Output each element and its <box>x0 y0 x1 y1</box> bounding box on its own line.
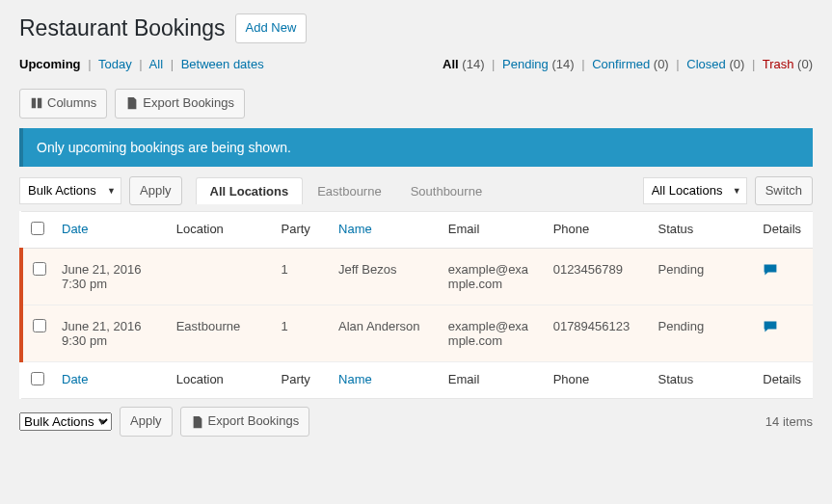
status-confirmed-count: (0) <box>654 57 669 71</box>
chat-icon <box>763 319 778 334</box>
filter-between[interactable]: Between dates <box>181 57 264 71</box>
row-checkbox[interactable] <box>33 319 46 332</box>
cell-email: example@example.com <box>441 305 546 362</box>
status-closed[interactable]: Closed <box>686 57 725 71</box>
table-row: June 21, 20169:30 pm Eastbourne 1 Alan A… <box>21 305 813 362</box>
select-all-checkbox-bottom[interactable] <box>31 372 44 385</box>
cell-location: Eastbourne <box>169 305 274 362</box>
col-email: Email <box>441 212 546 249</box>
col-name[interactable]: Name <box>338 222 372 236</box>
separator: | <box>488 57 498 71</box>
col-location: Location <box>169 212 274 249</box>
status-trash[interactable]: Trash <box>763 57 794 71</box>
cell-party: 1 <box>274 305 332 362</box>
tab-all-locations[interactable]: All Locations <box>196 177 304 204</box>
apply-button-bottom[interactable]: Apply <box>120 407 173 437</box>
status-closed-count: (0) <box>729 57 744 71</box>
separator: | <box>167 57 177 71</box>
columns-icon <box>30 96 43 110</box>
col-location-bottom: Location <box>169 362 274 399</box>
separator: | <box>672 57 683 71</box>
switch-button[interactable]: Switch <box>755 176 813 206</box>
col-phone: Phone <box>546 212 651 249</box>
cell-date: June 21, 20169:30 pm <box>54 305 169 362</box>
table-row: June 21, 20167:30 pm 1 Jeff Bezos exampl… <box>21 249 813 305</box>
col-date-bottom[interactable]: Date <box>62 372 88 386</box>
cell-date: June 21, 20167:30 pm <box>54 249 169 305</box>
location-tabs: All Locations Eastbourne Southbourne <box>196 177 497 204</box>
col-details: Details <box>755 212 813 249</box>
status-pending[interactable]: Pending <box>502 57 549 71</box>
cell-phone: 0123456789 <box>546 249 651 305</box>
add-new-button[interactable]: Add New <box>235 13 308 43</box>
bookings-table: Date Location Party Name Email Phone Sta… <box>19 211 813 399</box>
select-all-checkbox[interactable] <box>31 222 44 235</box>
filter-all-dates[interactable]: All <box>149 57 163 71</box>
col-status: Status <box>650 212 755 249</box>
location-filter-select[interactable]: All Locations <box>643 177 747 204</box>
page-title: Restaurant Bookings <box>19 15 226 41</box>
filter-today[interactable]: Today <box>98 57 132 71</box>
col-date[interactable]: Date <box>62 222 88 236</box>
separator: | <box>748 57 759 71</box>
cell-party: 1 <box>274 249 332 305</box>
cell-status: Pending <box>650 305 755 362</box>
status-pending-count: (14) <box>551 57 574 71</box>
file-icon <box>125 96 139 110</box>
col-phone-bottom: Phone <box>546 362 651 399</box>
cell-name: Alan Anderson <box>331 305 441 362</box>
columns-label: Columns <box>47 93 96 114</box>
row-checkbox[interactable] <box>33 262 46 276</box>
tab-eastbourne[interactable]: Eastbourne <box>303 177 396 204</box>
export-button-bottom[interactable]: Export Bookings <box>180 407 310 437</box>
col-party: Party <box>274 212 332 249</box>
status-filter-links: All (14) | Pending (14) | Confirmed (0) … <box>443 57 813 71</box>
separator: | <box>135 57 146 71</box>
col-party-bottom: Party <box>274 362 332 399</box>
apply-button[interactable]: Apply <box>129 176 182 206</box>
columns-button[interactable]: Columns <box>19 89 107 119</box>
col-email-bottom: Email <box>441 362 546 399</box>
tab-southbourne[interactable]: Southbourne <box>396 177 497 204</box>
info-notice: Only upcoming bookings are being shown. <box>19 128 813 167</box>
cell-phone: 01789456123 <box>546 305 651 362</box>
separator: | <box>84 57 94 71</box>
export-label: Export Bookings <box>143 93 234 114</box>
cell-name: Jeff Bezos <box>331 249 441 305</box>
status-all-count: (14) <box>462 57 484 71</box>
status-trash-count: (0) <box>797 57 813 71</box>
col-name-bottom[interactable]: Name <box>338 372 372 386</box>
date-filter-links: Upcoming | Today | All | Between dates <box>19 57 264 71</box>
bulk-actions-select[interactable]: Bulk Actions <box>19 177 121 204</box>
bulk-actions-select-bottom[interactable]: Bulk Actions <box>19 412 112 431</box>
cell-location <box>169 249 274 305</box>
cell-status: Pending <box>650 249 755 305</box>
details-link[interactable] <box>763 266 778 280</box>
status-all[interactable]: All <box>443 57 459 71</box>
status-confirmed[interactable]: Confirmed <box>592 57 650 71</box>
chat-icon <box>763 262 778 278</box>
export-label-bottom: Export Bookings <box>208 411 300 432</box>
file-icon <box>191 415 204 429</box>
details-link[interactable] <box>763 323 778 337</box>
col-details-bottom: Details <box>755 362 813 399</box>
items-count: 14 items <box>765 414 813 429</box>
separator: | <box>577 57 588 71</box>
filter-upcoming[interactable]: Upcoming <box>19 57 81 71</box>
col-status-bottom: Status <box>650 362 755 399</box>
cell-email: example@example.com <box>441 249 546 305</box>
export-button[interactable]: Export Bookings <box>115 89 245 119</box>
